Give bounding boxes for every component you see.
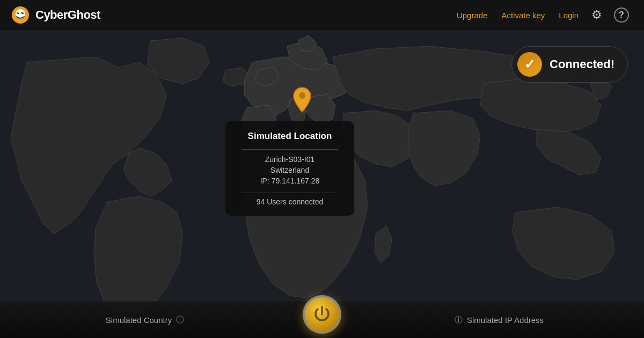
popup-server: Zurich-S03-I01 <box>241 155 338 164</box>
popup-country: Switzerland <box>241 166 338 174</box>
header: CyberGhost Upgrade Activate key Login ⚙ … <box>0 0 644 30</box>
connected-badge: ✓ Connected! <box>511 46 628 83</box>
upgrade-link[interactable]: Upgrade <box>451 9 493 22</box>
location-popup: Simulated Location Zurich-S03-I01 Switze… <box>225 121 354 216</box>
connected-text: Connected! <box>550 57 614 71</box>
pin-svg <box>292 86 312 113</box>
map-container: Simulated Location Zurich-S03-I01 Switze… <box>0 30 644 338</box>
power-button[interactable] <box>303 295 341 334</box>
bottom-center <box>290 300 354 338</box>
nav-right: Upgrade Activate key Login ⚙ ? <box>451 5 633 25</box>
logo-area: CyberGhost <box>11 5 100 25</box>
svg-point-10 <box>299 92 305 99</box>
connected-check-icon: ✓ <box>517 52 542 77</box>
question-icon: ? <box>614 8 629 23</box>
simulated-country-info-icon[interactable]: ⓘ <box>176 315 184 325</box>
logo-icon <box>11 5 30 25</box>
power-icon <box>312 305 332 324</box>
popup-title: Simulated Location <box>241 131 338 142</box>
settings-button[interactable]: ⚙ <box>587 6 606 24</box>
login-link[interactable]: Login <box>553 9 584 22</box>
popup-divider2 <box>241 193 338 193</box>
bottom-bar: Simulated Country ⓘ ⓘ Simulated IP Addre… <box>0 302 644 338</box>
bottom-left: Simulated Country ⓘ <box>0 315 290 325</box>
popup-users: 94 Users connected <box>241 197 338 206</box>
svg-point-5 <box>23 12 24 13</box>
svg-point-3 <box>21 12 24 14</box>
popup-divider <box>241 149 338 150</box>
svg-point-2 <box>17 12 19 14</box>
activate-key-link[interactable]: Activate key <box>496 9 550 22</box>
popup-ip: IP: 79.141.167.28 <box>241 177 338 185</box>
gear-icon: ⚙ <box>591 8 602 22</box>
simulated-ip-info-icon[interactable]: ⓘ <box>455 315 463 325</box>
svg-point-4 <box>18 12 19 13</box>
bottom-right: ⓘ Simulated IP Address <box>354 315 644 325</box>
help-button[interactable]: ? <box>610 5 633 25</box>
simulated-country-label: Simulated Country <box>106 315 172 325</box>
location-pin <box>292 86 312 113</box>
logo-text: CyberGhost <box>35 8 100 22</box>
simulated-ip-label: Simulated IP Address <box>467 315 544 325</box>
